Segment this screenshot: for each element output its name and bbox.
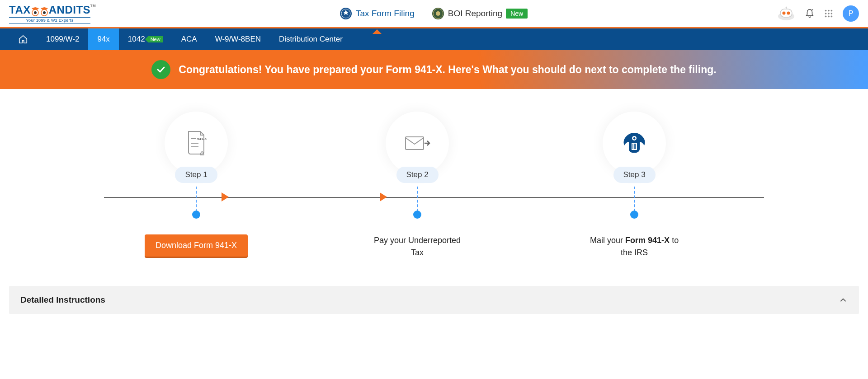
chevron-up-icon bbox=[839, 295, 848, 304]
home-icon bbox=[18, 34, 28, 44]
treasury-seal-icon bbox=[432, 7, 444, 20]
header-right: P bbox=[777, 5, 859, 22]
bot-icon[interactable] bbox=[777, 6, 796, 21]
irs-eagle-icon bbox=[621, 131, 648, 155]
mail-send-icon bbox=[404, 134, 431, 152]
apps-grid-icon[interactable] bbox=[824, 9, 834, 19]
avatar[interactable]: P bbox=[843, 5, 859, 22]
svg-point-19 bbox=[825, 13, 827, 14]
svg-point-18 bbox=[831, 10, 833, 12]
check-circle-icon bbox=[151, 60, 170, 79]
svg-point-8 bbox=[436, 11, 440, 16]
tab-boi-reporting[interactable]: BOI Reporting New bbox=[430, 4, 529, 23]
svg-point-3 bbox=[43, 11, 46, 14]
nav-aca[interactable]: ACA bbox=[172, 28, 206, 50]
owl-eyes-icon bbox=[31, 7, 49, 16]
step-3: Step 3 Mail your Form 941-X to the IRS bbox=[587, 112, 682, 259]
nav-94x[interactable]: 94x bbox=[88, 28, 118, 50]
step-2-description: Pay your Underreported Tax bbox=[370, 234, 465, 259]
svg-point-14 bbox=[786, 7, 787, 8]
steps-container: 941-X Step 1 Download Form 941-X Step 2 … bbox=[86, 89, 782, 286]
nav-new-badge: New bbox=[148, 36, 163, 42]
svg-text:941-X: 941-X bbox=[197, 137, 207, 141]
detailed-instructions-accordion[interactable]: Detailed Instructions bbox=[9, 286, 859, 314]
nav-distribution-center[interactable]: Distribution Center bbox=[270, 28, 352, 50]
bell-icon[interactable] bbox=[805, 9, 815, 19]
nav-1042[interactable]: 1042 New bbox=[119, 28, 172, 50]
tab-tax-form-filing[interactable]: Tax Form Filing bbox=[338, 4, 416, 23]
logo-text: TAX ANDITS TM bbox=[9, 4, 90, 16]
svg-point-21 bbox=[831, 13, 833, 14]
svg-point-20 bbox=[828, 13, 830, 14]
svg-point-17 bbox=[828, 10, 830, 12]
step-3-label: Step 3 bbox=[613, 167, 656, 183]
step-2-label: Step 2 bbox=[396, 167, 439, 183]
navbar: 1099/W-2 94x 1042 New ACA W-9/W-8BEN Dis… bbox=[0, 28, 868, 50]
logo[interactable]: TAX ANDITS TM Your 1099 & W2 Experts bbox=[9, 4, 90, 23]
new-badge: New bbox=[506, 9, 528, 19]
svg-point-2 bbox=[34, 11, 37, 14]
step-2: Step 2 Pay your Underreported Tax bbox=[370, 112, 465, 259]
step-3-description: Mail your Form 941-X to the IRS bbox=[587, 234, 682, 259]
svg-line-15 bbox=[812, 9, 813, 10]
logo-tagline: Your 1099 & W2 Experts bbox=[9, 17, 90, 23]
svg-point-24 bbox=[831, 16, 833, 18]
step-1: 941-X Step 1 Download Form 941-X bbox=[145, 112, 248, 257]
step-1-label: Step 1 bbox=[175, 167, 217, 183]
header-tabs: Tax Form Filing BOI Reporting New bbox=[338, 4, 529, 23]
step-3-circle bbox=[603, 112, 666, 175]
irs-seal-icon bbox=[340, 7, 352, 20]
svg-point-12 bbox=[787, 12, 790, 15]
nav-home[interactable] bbox=[9, 28, 37, 50]
accordion-title: Detailed Instructions bbox=[20, 295, 105, 305]
download-form-button[interactable]: Download Form 941-X bbox=[145, 234, 248, 257]
svg-point-22 bbox=[825, 16, 827, 18]
svg-rect-29 bbox=[406, 137, 424, 150]
document-icon: 941-X bbox=[185, 130, 208, 157]
banner-text: Congratulations! You have prepared your … bbox=[179, 64, 716, 76]
nav-w9-w8ben[interactable]: W-9/W-8BEN bbox=[206, 28, 270, 50]
nav-1099-w2[interactable]: 1099/W-2 bbox=[37, 28, 88, 50]
success-banner: Congratulations! You have prepared your … bbox=[0, 50, 868, 89]
step-1-circle: 941-X bbox=[165, 112, 228, 175]
svg-point-16 bbox=[825, 10, 827, 12]
svg-rect-10 bbox=[780, 9, 792, 17]
svg-point-23 bbox=[828, 16, 830, 18]
svg-point-11 bbox=[783, 12, 786, 15]
step-2-circle bbox=[386, 112, 449, 175]
header: TAX ANDITS TM Your 1099 & W2 Experts bbox=[0, 0, 868, 28]
